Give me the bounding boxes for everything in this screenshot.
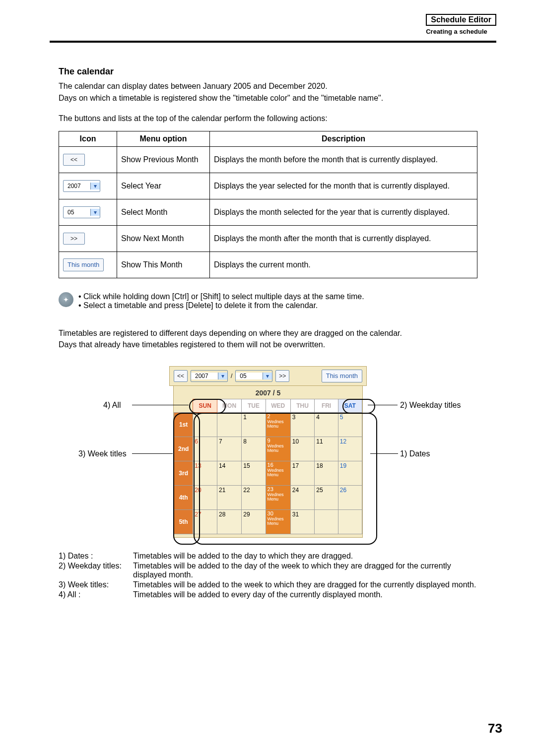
drag-note-2: Days that already have timetables regist… xyxy=(59,339,477,350)
calendar-cell[interactable]: 2WednesMenu xyxy=(266,412,290,437)
calendar-cell[interactable]: 6 xyxy=(193,437,217,461)
page-header: Schedule Editor Creating a schedule xyxy=(426,14,496,36)
year-select[interactable]: 2007 ▾ xyxy=(63,180,100,192)
calendar-cell[interactable]: 10 xyxy=(290,437,315,461)
calendar-cell[interactable]: 23WednesMenu xyxy=(266,485,290,509)
calendar-cell[interactable] xyxy=(217,412,242,437)
calendar-cell[interactable]: 29 xyxy=(242,509,266,534)
page-number: 73 xyxy=(488,721,502,736)
cal-year-value: 2007 xyxy=(191,373,218,379)
th-icon: Icon xyxy=(59,131,117,146)
calendar-cell[interactable] xyxy=(193,412,217,437)
calendar-cell[interactable]: 21 xyxy=(217,485,242,509)
weekday-header[interactable]: FRI xyxy=(315,399,338,412)
calendar-cell[interactable]: 24 xyxy=(290,485,315,509)
calendar-cell[interactable]: 20 xyxy=(193,485,217,509)
header-rule xyxy=(50,41,496,43)
menu-option: Show Next Month xyxy=(117,225,210,252)
calendar-cell[interactable] xyxy=(315,509,338,534)
legend-key: 3) Week titles: xyxy=(59,580,133,589)
calendar-cell[interactable]: 26 xyxy=(338,485,362,509)
calendar-cell[interactable]: 19 xyxy=(338,461,362,485)
calendar-cell[interactable]: 5 xyxy=(338,412,362,437)
calendar-title: 2007 / 5 xyxy=(174,386,362,399)
cal-month-select[interactable]: 05 ▾ xyxy=(235,370,272,382)
week-title[interactable]: 5th xyxy=(174,509,193,534)
calendar-figure: << 2007 ▾ / 05 ▾ >> This month 2007 / 5 xyxy=(59,366,477,538)
menu-desc: Displays the current month. xyxy=(210,252,477,278)
leader xyxy=(132,405,189,405)
menu-desc: Displays the month selected for the year… xyxy=(210,199,477,225)
weekday-header[interactable]: WED xyxy=(266,399,290,412)
menu-option: Show Previous Month xyxy=(117,146,210,173)
table-row: 05 ▾ Select Month Displays the month sel… xyxy=(59,199,477,225)
section-title: The calendar xyxy=(59,66,477,77)
callout-all: 4) All xyxy=(103,401,121,410)
cal-next-button[interactable]: >> xyxy=(275,370,289,382)
calendar-cell[interactable]: 14 xyxy=(217,461,242,485)
prev-month-button[interactable]: << xyxy=(63,154,85,166)
calendar-cell[interactable]: 12 xyxy=(338,437,362,461)
weekday-header[interactable]: TUE xyxy=(242,399,266,412)
calendar-cell[interactable] xyxy=(338,509,362,534)
calendar-cell[interactable]: 27 xyxy=(193,509,217,534)
weekday-header[interactable]: MON xyxy=(217,399,242,412)
calendar-cell[interactable]: 17 xyxy=(290,461,315,485)
legend-val: Timetables will be added to every day of… xyxy=(133,590,477,599)
icon-action-table: Icon Menu option Description << Show Pre… xyxy=(59,131,477,278)
calendar-cell[interactable]: 8 xyxy=(242,437,266,461)
table-row: This month Show This Month Displays the … xyxy=(59,252,477,278)
chevron-down-icon: ▾ xyxy=(90,209,100,216)
hint-block: ✦ • Click while holding down [Ctrl] or [… xyxy=(59,292,477,310)
calendar-cell[interactable]: 4 xyxy=(315,412,338,437)
calendar-toolbar: << 2007 ▾ / 05 ▾ >> This month xyxy=(169,366,367,386)
calendar-cell[interactable]: 22 xyxy=(242,485,266,509)
calendar-cell[interactable]: 15 xyxy=(242,461,266,485)
cal-thismonth-button[interactable]: This month xyxy=(322,370,362,382)
cal-year-select[interactable]: 2007 ▾ xyxy=(191,370,228,382)
legend-key: 2) Weekday titles: xyxy=(59,562,133,570)
document-page: Schedule Editor Creating a schedule The … xyxy=(0,0,536,756)
calendar-cell[interactable]: 9WednesMenu xyxy=(266,437,290,461)
table-row: 2007 ▾ Select Year Displays the year sel… xyxy=(59,173,477,199)
calendar-grid: SUN MON TUE WED THU FRI SAT 1st12WednesM… xyxy=(174,399,362,534)
month-select[interactable]: 05 ▾ xyxy=(63,206,100,218)
calendar-cell[interactable]: 7 xyxy=(217,437,242,461)
calendar-cell[interactable]: 11 xyxy=(315,437,338,461)
weekday-header[interactable]: THU xyxy=(290,399,315,412)
calendar-cell[interactable]: 3 xyxy=(290,412,315,437)
weekday-header-sat[interactable]: SAT xyxy=(338,399,362,412)
table-row: >> Show Next Month Displays the month af… xyxy=(59,225,477,252)
calendar-cell[interactable]: 28 xyxy=(217,509,242,534)
callout-dates: 1) Dates xyxy=(400,449,430,458)
calendar-cell[interactable]: 31 xyxy=(290,509,315,534)
menu-desc: Displays the month after the month that … xyxy=(210,225,477,252)
calendar-panel: 2007 / 5 SUN MON TUE WED THU FRI SAT xyxy=(173,386,363,538)
cal-month-value: 05 xyxy=(236,373,263,379)
week-title[interactable]: 1st xyxy=(174,412,193,437)
calendar-cell[interactable]: 25 xyxy=(315,485,338,509)
week-title[interactable]: 2nd xyxy=(174,437,193,461)
next-month-button[interactable]: >> xyxy=(63,233,85,245)
cal-sep: / xyxy=(231,373,232,379)
header-subtitle: Creating a schedule xyxy=(426,28,487,35)
week-title[interactable]: 3rd xyxy=(174,461,193,485)
calendar-cell[interactable]: 16WednesMenu xyxy=(266,461,290,485)
cal-prev-button[interactable]: << xyxy=(174,370,188,382)
chevron-down-icon: ▾ xyxy=(263,373,272,379)
leader xyxy=(368,405,398,405)
calendar-cell[interactable]: 18 xyxy=(315,461,338,485)
calendar-cell[interactable]: 1 xyxy=(242,412,266,437)
calendar-cell[interactable]: 30WednesMenu xyxy=(266,509,290,534)
legend-key: 1) Dates : xyxy=(59,552,133,561)
hint-icon: ✦ xyxy=(59,292,73,307)
weekday-header-sun[interactable]: SUN xyxy=(193,399,217,412)
legend-val: Timetables will be added to the week to … xyxy=(133,580,477,589)
legend-key: 4) All : xyxy=(59,590,133,599)
chevron-down-icon: ▾ xyxy=(90,183,100,189)
calendar-cell[interactable]: 13 xyxy=(193,461,217,485)
legend-val: Timetables will be added to the day of t… xyxy=(133,562,477,579)
menu-option: Show This Month xyxy=(117,252,210,278)
week-title[interactable]: 4th xyxy=(174,485,193,509)
this-month-button[interactable]: This month xyxy=(63,258,104,271)
